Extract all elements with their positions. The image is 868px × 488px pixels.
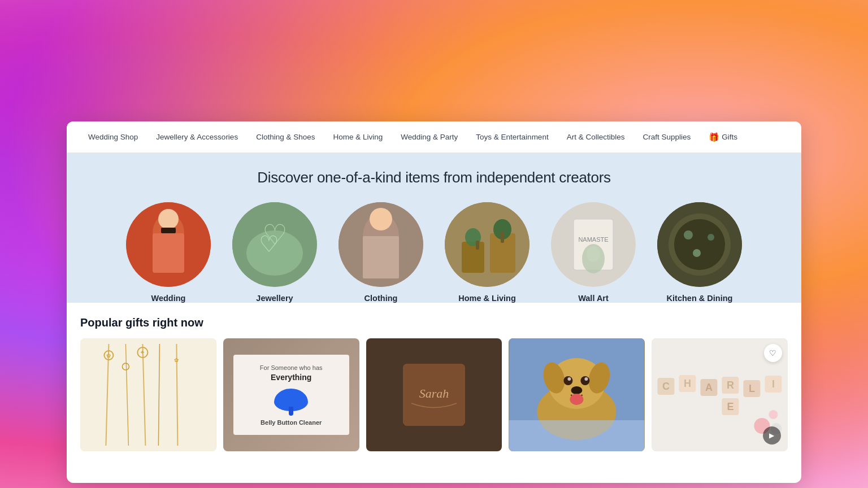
svg-rect-18 [476, 241, 479, 250]
category-item-jewellery[interactable]: ♡ ♡ Jewellery [229, 202, 320, 303]
svg-rect-2 [153, 233, 184, 273]
category-item-wall-art[interactable]: NAMASTE Wall Art [548, 202, 639, 303]
nav-item-clothing-shoes[interactable]: Clothing & Shoes [248, 128, 323, 146]
sarah-box: Sarah [403, 364, 465, 426]
svg-rect-14 [462, 242, 484, 273]
nav-bar: Wedding Shop Jewellery & Accessories Clo… [67, 121, 801, 153]
nav-item-art[interactable]: Art & Collectibles [559, 128, 633, 146]
belly-cleaner-icon [274, 389, 308, 411]
svg-point-3 [158, 209, 179, 229]
gift-card-sarah[interactable]: Sarah [366, 338, 502, 451]
category-circle-wedding [126, 202, 211, 287]
svg-text:Sarah: Sarah [419, 386, 449, 400]
belly-box: For Someone who has Everything Belly But… [233, 355, 349, 435]
gift-icon: 🎁 [709, 132, 719, 142]
nav-item-wedding-party[interactable]: Wedding & Party [393, 128, 466, 146]
heart-button[interactable]: ♡ [764, 344, 782, 362]
category-circle-clothing [338, 202, 423, 287]
category-circle-kitchen [657, 202, 742, 287]
nav-item-gifts[interactable]: 🎁 Gifts [701, 128, 745, 147]
svg-point-73 [769, 410, 778, 419]
svg-rect-56 [509, 420, 645, 451]
svg-text:NAMASTE: NAMASTE [578, 236, 608, 243]
category-circle-homeliving [445, 202, 530, 287]
category-item-wedding[interactable]: Wedding [123, 202, 214, 303]
gift-card-jewelry[interactable]: ✿ ✦ ✿ [80, 338, 216, 451]
category-label-clothing: Clothing [364, 294, 398, 303]
svg-point-55 [570, 394, 584, 405]
svg-point-52 [568, 377, 571, 381]
svg-text:I: I [772, 378, 775, 390]
category-item-clothing[interactable]: Clothing [336, 202, 426, 303]
svg-point-54 [571, 386, 583, 394]
gift-card-charlie[interactable]: ♡ C H A R L I [652, 338, 788, 451]
category-label-wedding: Wedding [151, 294, 186, 303]
svg-point-24 [587, 246, 600, 262]
category-circle-wallart: NAMASTE [551, 202, 636, 287]
svg-text:✦: ✦ [140, 348, 145, 356]
popular-title: Popular gifts right now [80, 316, 788, 329]
gifts-row: ✿ ✦ ✿ For Someone who has Everything Bel… [80, 338, 788, 451]
svg-rect-11 [363, 236, 399, 278]
category-label-home-living: Home & Living [458, 294, 516, 303]
category-item-kitchen[interactable]: Kitchen & Dining [654, 202, 745, 303]
svg-point-53 [585, 377, 588, 381]
gift-card-belly[interactable]: For Someone who has Everything Belly But… [223, 338, 359, 451]
category-item-home-living[interactable]: Home & Living [442, 202, 532, 303]
belly-subtitle: Belly Button Cleaner [245, 419, 338, 426]
svg-text:✿: ✿ [174, 357, 179, 363]
svg-text:♡: ♡ [259, 232, 279, 256]
popular-section: Popular gifts right now ✿ ✦ ✿ [67, 303, 801, 451]
play-button[interactable]: ▶ [763, 426, 781, 445]
svg-text:L: L [749, 383, 755, 394]
svg-rect-19 [501, 232, 504, 243]
svg-point-28 [684, 230, 693, 239]
belly-top-text: For Someone who has Everything [245, 364, 338, 384]
gift-card-dog[interactable] [509, 338, 645, 451]
svg-text:✿: ✿ [106, 352, 111, 359]
svg-point-51 [581, 376, 590, 385]
svg-rect-4 [161, 228, 176, 233]
hero-section: Discover one-of-a-kind items from indepe… [67, 153, 801, 303]
nav-item-craft[interactable]: Craft Supplies [635, 128, 698, 146]
nav-item-wedding-shop[interactable]: Wedding Shop [80, 128, 146, 146]
category-label-wall-art: Wall Art [578, 294, 609, 303]
svg-text:C: C [662, 381, 670, 392]
svg-text:A: A [705, 382, 713, 393]
svg-point-50 [564, 376, 573, 385]
main-card: Wedding Shop Jewellery & Accessories Clo… [67, 121, 801, 483]
svg-point-27 [674, 219, 725, 270]
category-label-jewellery: Jewellery [256, 294, 293, 303]
nav-item-toys[interactable]: Toys & Entertainment [468, 128, 556, 146]
categories-row: Wedding ♡ ♡ Jewellery [80, 202, 788, 303]
category-label-kitchen: Kitchen & Dining [667, 294, 733, 303]
svg-text:R: R [727, 380, 734, 391]
svg-point-29 [708, 234, 714, 241]
svg-point-12 [370, 208, 392, 230]
svg-text:H: H [684, 378, 691, 389]
svg-text:E: E [727, 401, 734, 412]
svg-point-30 [693, 249, 701, 257]
hero-title: Discover one-of-a-kind items from indepe… [80, 169, 788, 186]
category-circle-jewellery: ♡ ♡ [232, 202, 317, 287]
nav-item-jewellery[interactable]: Jewellery & Accessories [148, 128, 246, 146]
belly-highlight: Everything [245, 372, 338, 384]
svg-rect-31 [80, 338, 216, 451]
svg-point-13 [445, 202, 530, 287]
nav-item-home-living[interactable]: Home & Living [325, 128, 390, 146]
